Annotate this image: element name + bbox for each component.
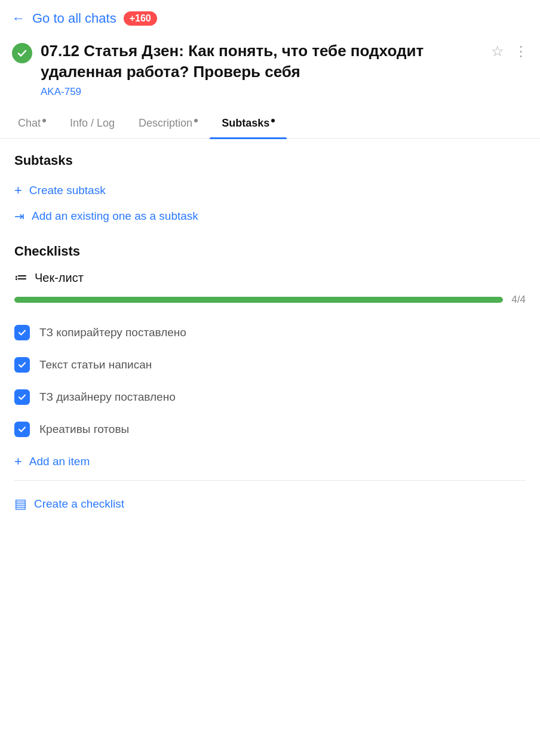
tab-subtasks[interactable]: Subtasks: [210, 110, 287, 138]
create-checklist-button[interactable]: ▤ Create a checklist: [14, 490, 526, 524]
checklist-items: ТЗ копирайтеру поставлено Текст статьи н…: [14, 316, 526, 445]
checkbox-4[interactable]: [14, 422, 30, 437]
add-existing-subtask-button[interactable]: ⇥ Add an existing one as a subtask: [14, 205, 526, 227]
checklist-item-text-1: ТЗ копирайтеру поставлено: [39, 326, 186, 339]
progress-bar-background: [14, 297, 503, 303]
subtasks-heading: Subtasks: [14, 153, 526, 168]
content-area: Subtasks + Create subtask ⇥ Add an exist…: [0, 139, 540, 536]
section-divider: [14, 480, 526, 481]
tabs: Chat Info / Log Description Subtasks: [0, 110, 540, 139]
checklist-item-text-3: ТЗ дизайнеру поставлено: [39, 391, 176, 404]
checklists-heading: Checklists: [14, 244, 526, 259]
create-subtask-button[interactable]: + Create subtask: [14, 179, 526, 202]
more-options-icon[interactable]: ⋮: [514, 43, 528, 60]
task-title: 07.12 Статья Дзен: Как понять, что тебе …: [41, 41, 483, 82]
checklist-name: Чек-лист: [35, 271, 84, 285]
subtasks-tab-dot: [271, 119, 275, 122]
unread-badge: +160: [124, 11, 157, 26]
task-title-block: 07.12 Статья Дзен: Как понять, что тебе …: [41, 41, 483, 98]
top-nav: ← Go to all chats +160: [0, 0, 540, 35]
checklist-item: Текст статьи написан: [14, 349, 526, 381]
subtasks-section: Subtasks + Create subtask ⇥ Add an exist…: [14, 153, 526, 227]
checklist-item-text-4: Креативы готовы: [39, 423, 129, 436]
star-icon[interactable]: ☆: [491, 43, 504, 60]
checkbox-1[interactable]: [14, 325, 30, 340]
checklist-header: ≔ Чек-лист: [14, 270, 526, 285]
tab-description[interactable]: Description: [127, 110, 210, 138]
checklists-section: Checklists ≔ Чек-лист 4/4 ТЗ копирайтеру…: [14, 244, 526, 524]
add-item-plus-icon: +: [14, 454, 22, 469]
tab-info-log[interactable]: Info / Log: [58, 110, 127, 138]
checklist-item: Креативы готовы: [14, 413, 526, 445]
checklist-icon: ≔: [14, 270, 27, 285]
checkbox-2[interactable]: [14, 357, 30, 373]
add-existing-icon: ⇥: [14, 209, 24, 223]
task-id[interactable]: AKA-759: [41, 86, 483, 98]
description-tab-dot: [194, 119, 198, 122]
task-status-icon[interactable]: [12, 43, 32, 63]
task-actions: ☆ ⋮: [491, 43, 528, 60]
add-item-button[interactable]: + Add an item: [14, 445, 526, 480]
back-button[interactable]: ←: [12, 11, 25, 26]
add-item-label: Add an item: [29, 455, 90, 468]
tab-chat[interactable]: Chat: [6, 110, 58, 138]
checklist-item-text-2: Текст статьи написан: [39, 358, 152, 371]
add-existing-label: Add an existing one as a subtask: [32, 210, 198, 223]
plus-icon: +: [14, 183, 22, 198]
checkbox-3[interactable]: [14, 389, 30, 405]
create-checklist-icon: ▤: [14, 496, 27, 512]
progress-container: 4/4: [14, 294, 526, 306]
checklist-item: ТЗ дизайнеру поставлено: [14, 381, 526, 413]
create-checklist-label: Create a checklist: [34, 497, 124, 511]
chat-tab-dot: [42, 119, 46, 122]
go-to-chats-link[interactable]: Go to all chats: [32, 11, 116, 26]
create-subtask-label: Create subtask: [29, 184, 106, 197]
progress-label: 4/4: [511, 294, 526, 306]
checklist-item: ТЗ копирайтеру поставлено: [14, 316, 526, 349]
task-header: 07.12 Статья Дзен: Как понять, что тебе …: [0, 35, 540, 103]
progress-bar-fill: [14, 297, 503, 303]
